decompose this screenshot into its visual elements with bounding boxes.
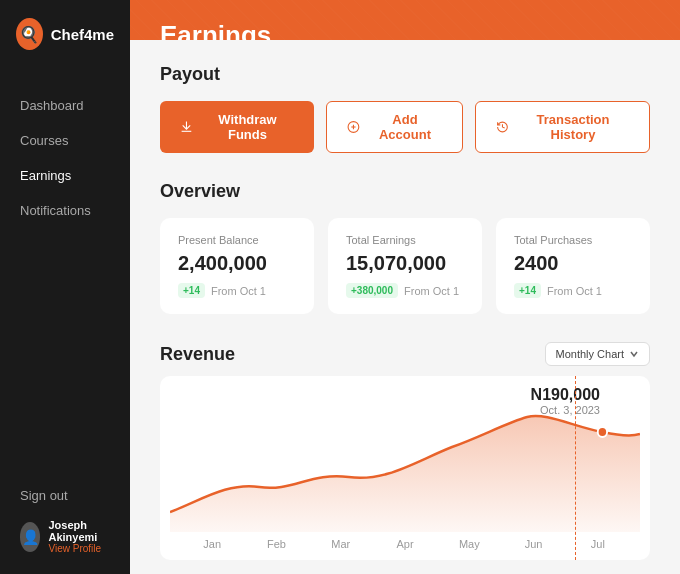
withdraw-icon [180, 120, 193, 134]
total-purchases-card: Total Purchases 2400 +14 From Oct 1 [496, 218, 650, 314]
sidebar-item-notifications[interactable]: Notifications [0, 193, 130, 228]
user-name: Joseph Akinyemi [48, 519, 110, 543]
total-earnings-change-text: From Oct 1 [404, 285, 459, 297]
chart-label-mar: Mar [309, 538, 373, 550]
user-profile[interactable]: 👤 Joseph Akinyemi View Profile [20, 519, 110, 554]
overview-cards: Present Balance 2,400,000 +14 From Oct 1… [160, 218, 650, 314]
tooltip-dashed-line [575, 376, 576, 560]
present-balance-value: 2,400,000 [178, 252, 296, 275]
total-purchases-change: +14 From Oct 1 [514, 283, 632, 298]
page-title: Earnings [160, 20, 650, 40]
present-balance-change: +14 From Oct 1 [178, 283, 296, 298]
revenue-section-title: Revenue [160, 344, 235, 365]
payout-section-title: Payout [160, 64, 650, 85]
chart-label-jun: Jun [501, 538, 565, 550]
total-purchases-value: 2400 [514, 252, 632, 275]
sidebar-nav: Dashboard Courses Earnings Notifications [0, 68, 130, 468]
logo-emoji: 🍳 [19, 25, 39, 44]
total-earnings-label: Total Earnings [346, 234, 464, 246]
chart-label-feb: Feb [244, 538, 308, 550]
present-balance-card: Present Balance 2,400,000 +14 From Oct 1 [160, 218, 314, 314]
total-purchases-label: Total Purchases [514, 234, 632, 246]
transaction-history-button[interactable]: Transaction History [475, 101, 650, 153]
avatar: 👤 [20, 522, 40, 552]
add-account-button[interactable]: Add Account [326, 101, 463, 153]
tooltip-date: Oct. 3, 2023 [531, 404, 600, 416]
sidebar-item-courses[interactable]: Courses [0, 123, 130, 158]
user-info: Joseph Akinyemi View Profile [48, 519, 110, 554]
sidebar-item-dashboard[interactable]: Dashboard [0, 88, 130, 123]
chart-label-jan: Jan [180, 538, 244, 550]
total-purchases-change-text: From Oct 1 [547, 285, 602, 297]
view-profile-link[interactable]: View Profile [48, 543, 110, 554]
total-earnings-value: 15,070,000 [346, 252, 464, 275]
chevron-down-icon [629, 349, 639, 359]
sidebar: 🍳 Chef4me Dashboard Courses Earnings Not… [0, 0, 130, 574]
content-area: Payout Withdraw Funds Add Account Tran [130, 40, 680, 574]
present-balance-label: Present Balance [178, 234, 296, 246]
total-earnings-card: Total Earnings 15,070,000 +380,000 From … [328, 218, 482, 314]
app-name: Chef4me [51, 26, 114, 43]
logo-icon: 🍳 [16, 18, 43, 50]
chart-tooltip: N190,000 Oct. 3, 2023 [531, 386, 600, 416]
chart-label-may: May [437, 538, 501, 550]
chart-labels: Jan Feb Mar Apr May Jun Jul [170, 538, 640, 550]
total-purchases-badge: +14 [514, 283, 541, 298]
chart-filter-dropdown[interactable]: Monthly Chart [545, 342, 650, 366]
present-balance-change-text: From Oct 1 [211, 285, 266, 297]
chart-area-fill [170, 416, 640, 532]
present-balance-badge: +14 [178, 283, 205, 298]
history-icon [496, 120, 509, 134]
chart-dot [598, 427, 607, 437]
logo[interactable]: 🍳 Chef4me [0, 0, 130, 68]
overview-section-title: Overview [160, 181, 650, 202]
main-header: Earnings [130, 0, 680, 40]
revenue-chart-container: N190,000 Oct. 3, 2023 [160, 376, 650, 560]
sign-out-link[interactable]: Sign out [20, 488, 110, 503]
total-earnings-change: +380,000 From Oct 1 [346, 283, 464, 298]
sidebar-item-earnings[interactable]: Earnings [0, 158, 130, 193]
withdraw-funds-button[interactable]: Withdraw Funds [160, 101, 314, 153]
main-content: Earnings Payout Withdraw Funds Add Accou… [130, 0, 680, 574]
total-earnings-badge: +380,000 [346, 283, 398, 298]
payout-buttons: Withdraw Funds Add Account Transaction H… [160, 101, 650, 153]
revenue-header: Revenue Monthly Chart [160, 342, 650, 366]
tooltip-value: N190,000 [531, 386, 600, 404]
chart-label-apr: Apr [373, 538, 437, 550]
chart-filter-label: Monthly Chart [556, 348, 624, 360]
sidebar-bottom: Sign out 👤 Joseph Akinyemi View Profile [0, 468, 130, 574]
add-icon [347, 120, 360, 134]
